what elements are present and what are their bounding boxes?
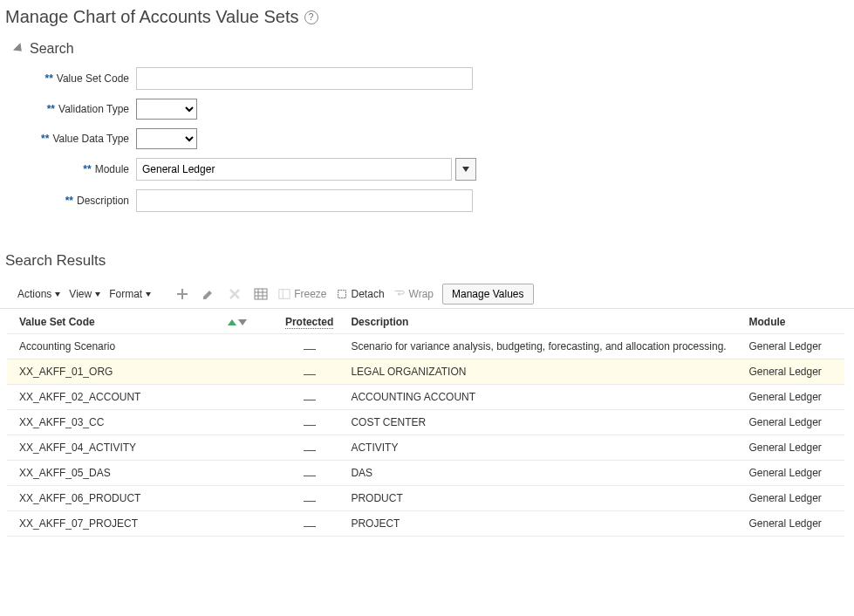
- value-set-code-label: **Value Set Code: [31, 72, 136, 85]
- results-title: Search Results: [0, 221, 854, 282]
- table-row[interactable]: XX_AKFF_07_PROJECTPROJECTGeneral Ledger: [7, 511, 844, 537]
- search-form: **Value Set Code **Validation Type **Val…: [0, 67, 854, 212]
- chevron-down-icon: [95, 292, 100, 297]
- table-row[interactable]: XX_AKFF_02_ACCOUNTACCOUNTING ACCOUNTGene…: [7, 385, 844, 410]
- cell-description: LEGAL ORGANIZATION: [351, 366, 748, 378]
- cell-value-set-code: Accounting Scenario: [19, 340, 268, 352]
- description-input[interactable]: [136, 189, 473, 212]
- actions-menu[interactable]: Actions: [17, 288, 60, 300]
- chevron-down-icon: [55, 292, 60, 297]
- cell-module: General Ledger: [748, 467, 844, 479]
- results-table: Value Set Code Protected Description Mod…: [7, 309, 844, 537]
- page-title-text: Manage Chart of Accounts Value Sets: [5, 7, 299, 27]
- col-protected[interactable]: Protected: [268, 316, 352, 328]
- table-row[interactable]: XX_AKFF_04_ACTIVITYACTIVITYGeneral Ledge…: [7, 435, 844, 461]
- cell-description: ACCOUNTING ACCOUNT: [351, 391, 748, 403]
- cell-module: General Ledger: [748, 517, 844, 530]
- page-title: Manage Chart of Accounts Value Sets ?: [0, 0, 854, 36]
- col-value-set-code[interactable]: Value Set Code: [19, 316, 268, 328]
- manage-values-button[interactable]: Manage Values: [442, 284, 534, 305]
- grid-icon[interactable]: [252, 285, 270, 303]
- sort-controls[interactable]: [228, 319, 247, 325]
- cell-protected: [268, 441, 352, 454]
- table-row[interactable]: XX_AKFF_01_ORGLEGAL ORGANIZATIONGeneral …: [7, 359, 844, 385]
- table-row[interactable]: XX_AKFF_03_CCCOST CENTERGeneral Ledger: [7, 410, 844, 435]
- cell-description: COST CENTER: [351, 416, 748, 428]
- cell-protected: [268, 366, 352, 378]
- module-dropdown-button[interactable]: [455, 158, 476, 181]
- cell-module: General Ledger: [748, 492, 844, 504]
- svg-rect-2: [338, 291, 345, 298]
- cell-module: General Ledger: [748, 340, 844, 352]
- results-toolbar: Actions View Format Freeze Detach Wrap M…: [0, 282, 854, 309]
- cell-description: DAS: [351, 467, 748, 479]
- chevron-down-icon: [146, 292, 151, 297]
- add-icon[interactable]: [174, 285, 191, 303]
- cell-description: PRODUCT: [351, 492, 748, 504]
- cell-module: General Ledger: [748, 366, 844, 378]
- cell-protected: [268, 391, 352, 403]
- svg-rect-1: [279, 290, 290, 299]
- sort-asc-icon: [228, 319, 236, 325]
- cell-value-set-code: XX_AKFF_02_ACCOUNT: [19, 391, 268, 403]
- col-module[interactable]: Module: [748, 316, 844, 328]
- validation-type-label: **Validation Type: [31, 103, 136, 115]
- search-section-header[interactable]: Search: [0, 36, 854, 67]
- module-label: **Module: [31, 163, 136, 175]
- search-section-label: Search: [30, 41, 74, 57]
- cell-description: PROJECT: [351, 517, 748, 530]
- cell-module: General Ledger: [748, 441, 844, 454]
- view-menu[interactable]: View: [69, 288, 100, 300]
- col-description[interactable]: Description: [351, 316, 748, 328]
- cell-module: General Ledger: [748, 391, 844, 403]
- cell-protected: [268, 416, 352, 428]
- sort-desc-icon: [238, 319, 247, 325]
- cell-value-set-code: XX_AKFF_05_DAS: [19, 467, 268, 479]
- description-label: **Description: [31, 195, 136, 207]
- edit-icon[interactable]: [200, 285, 217, 303]
- cell-value-set-code: XX_AKFF_01_ORG: [19, 366, 268, 378]
- cell-description: ACTIVITY: [351, 441, 748, 454]
- delete-icon[interactable]: [226, 285, 243, 303]
- detach-button[interactable]: Detach: [336, 288, 385, 300]
- table-header: Value Set Code Protected Description Mod…: [7, 309, 844, 334]
- cell-value-set-code: XX_AKFF_06_PRODUCT: [19, 492, 268, 504]
- chevron-down-icon: [462, 167, 469, 172]
- cell-description: Scenario for variance analysis, budgetin…: [351, 340, 748, 352]
- value-data-type-label: **Value Data Type: [31, 133, 136, 145]
- module-input[interactable]: [136, 158, 452, 181]
- table-row[interactable]: Accounting ScenarioScenario for variance…: [7, 334, 844, 359]
- value-set-code-input[interactable]: [136, 67, 473, 90]
- validation-type-select[interactable]: [136, 99, 197, 120]
- table-row[interactable]: XX_AKFF_05_DASDASGeneral Ledger: [7, 461, 844, 486]
- value-data-type-select[interactable]: [136, 128, 197, 149]
- table-row[interactable]: XX_AKFF_06_PRODUCTPRODUCTGeneral Ledger: [7, 486, 844, 511]
- cell-module: General Ledger: [748, 416, 844, 428]
- cell-protected: [268, 492, 352, 504]
- freeze-button[interactable]: Freeze: [278, 288, 326, 300]
- format-menu[interactable]: Format: [109, 288, 151, 300]
- collapse-icon: [13, 43, 25, 55]
- help-icon[interactable]: ?: [304, 10, 318, 24]
- cell-value-set-code: XX_AKFF_07_PROJECT: [19, 517, 268, 530]
- cell-protected: [268, 467, 352, 479]
- cell-value-set-code: XX_AKFF_03_CC: [19, 416, 268, 428]
- cell-protected: [268, 517, 352, 530]
- cell-protected: [268, 340, 352, 352]
- cell-value-set-code: XX_AKFF_04_ACTIVITY: [19, 441, 268, 454]
- wrap-button[interactable]: Wrap: [393, 288, 434, 300]
- svg-rect-0: [255, 289, 267, 299]
